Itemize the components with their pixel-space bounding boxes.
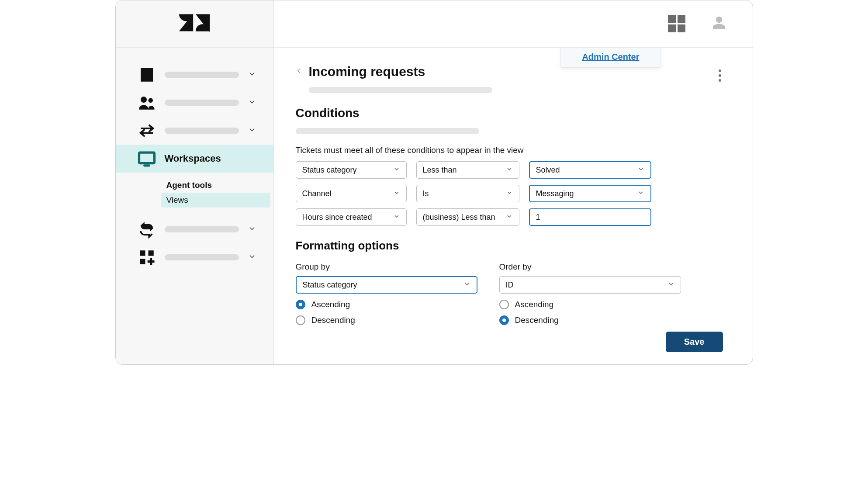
condition-row: Channel Is Messaging — [296, 185, 731, 202]
body: Workspaces Agent tools Views — [116, 48, 753, 364]
group-by-select[interactable]: Status category — [296, 276, 477, 294]
chevron-down-icon — [667, 280, 674, 290]
back-button[interactable] — [296, 66, 303, 78]
chevron-down-icon — [506, 189, 513, 198]
description-placeholder — [309, 87, 492, 93]
sidebar: Workspaces Agent tools Views — [116, 48, 274, 364]
svg-rect-4 — [148, 250, 153, 256]
order-by-label: Order by — [499, 262, 681, 272]
chevron-down-icon — [393, 166, 400, 175]
condition-value-input[interactable]: 1 — [529, 208, 651, 226]
select-value: Status category — [302, 166, 357, 175]
radio-label: Descending — [515, 315, 559, 325]
group-by-column: Group by Status category Ascending Desce… — [296, 262, 477, 325]
sidebar-item-label: Workspaces — [165, 153, 258, 164]
admin-center-popover: Admin Center — [560, 48, 661, 68]
condition-field-select[interactable]: Hours since created — [296, 208, 407, 226]
chevron-down-icon — [248, 97, 256, 108]
radio-icon — [296, 315, 305, 325]
condition-operator-select[interactable]: Is — [416, 185, 519, 202]
more-actions-button[interactable] — [719, 69, 721, 82]
main-content: Admin Center Incoming requests Condition… — [274, 48, 753, 364]
page-title: Incoming requests — [309, 64, 425, 79]
apps-add-icon — [138, 248, 156, 267]
radio-icon — [296, 300, 305, 309]
chevron-down-icon — [393, 189, 400, 198]
sidebar-subheading: Agent tools — [166, 180, 273, 190]
conditions-description-placeholder — [296, 128, 479, 134]
sidebar-item-account[interactable] — [116, 61, 273, 89]
select-value: (business) Less than — [423, 213, 495, 222]
select-value: Messaging — [536, 189, 574, 198]
formatting-heading: Formatting options — [296, 239, 731, 253]
brand-area — [116, 0, 274, 47]
sidebar-item-channels[interactable] — [116, 117, 273, 145]
select-value: Is — [423, 189, 429, 198]
sidebar-item-objects[interactable] — [116, 215, 273, 243]
nav-placeholder — [165, 128, 239, 134]
select-value: Status category — [303, 280, 357, 290]
condition-row: Status category Less than Solved — [296, 161, 731, 179]
chevron-down-icon — [506, 213, 513, 222]
chevron-down-icon — [248, 252, 256, 263]
condition-operator-select[interactable]: Less than — [416, 161, 519, 179]
nav-placeholder — [165, 226, 239, 232]
zendesk-logo-icon — [179, 10, 210, 37]
input-value: 1 — [536, 213, 540, 222]
people-icon — [138, 93, 156, 112]
order-descending-radio[interactable]: Descending — [499, 315, 681, 325]
order-by-column: Order by ID Ascending Descending — [499, 262, 681, 325]
arrows-icon — [138, 121, 156, 140]
user-avatar-icon[interactable] — [712, 15, 726, 32]
condition-value-select[interactable]: Solved — [529, 161, 651, 179]
select-value: Less than — [423, 166, 457, 175]
select-value: Hours since created — [302, 213, 372, 222]
nav-placeholder — [165, 100, 239, 106]
condition-field-select[interactable]: Channel — [296, 185, 407, 202]
order-by-select[interactable]: ID — [499, 276, 681, 294]
chevron-down-icon — [637, 189, 644, 198]
sidebar-subitems: Agent tools Views — [116, 180, 273, 208]
sidebar-subitem-views[interactable]: Views — [161, 193, 270, 208]
nav-placeholder — [165, 72, 239, 78]
monitor-icon — [138, 149, 156, 168]
sidebar-item-workspaces[interactable]: Workspaces — [116, 145, 273, 173]
radio-label: Descending — [311, 315, 355, 325]
condition-operator-select[interactable]: (business) Less than — [416, 208, 519, 226]
chevron-down-icon — [506, 166, 513, 175]
chevron-down-icon — [248, 224, 256, 235]
condition-value-select[interactable]: Messaging — [529, 185, 651, 202]
group-ascending-radio[interactable]: Ascending — [296, 300, 477, 309]
routing-icon — [138, 220, 156, 239]
group-descending-radio[interactable]: Descending — [296, 315, 477, 325]
select-value: ID — [506, 280, 514, 290]
chevron-down-icon — [463, 280, 470, 290]
svg-point-0 — [141, 97, 147, 103]
condition-field-select[interactable]: Status category — [296, 161, 407, 179]
group-by-label: Group by — [296, 262, 477, 272]
building-icon — [138, 66, 156, 84]
radio-label: Ascending — [311, 300, 350, 309]
admin-center-link[interactable]: Admin Center — [582, 52, 639, 62]
svg-point-1 — [148, 98, 153, 103]
chevron-down-icon — [248, 125, 256, 136]
nav-placeholder — [165, 254, 239, 260]
svg-rect-3 — [140, 250, 145, 256]
app-window: Workspaces Agent tools Views — [115, 0, 753, 365]
chevron-down-icon — [393, 213, 400, 222]
sidebar-item-people[interactable] — [116, 89, 273, 117]
condition-row: Hours since created (business) Less than… — [296, 208, 731, 226]
sidebar-item-apps[interactable] — [116, 243, 273, 271]
topbar-actions — [274, 15, 753, 32]
select-value: Channel — [302, 189, 332, 198]
order-ascending-radio[interactable]: Ascending — [499, 300, 681, 309]
save-button[interactable]: Save — [666, 332, 723, 352]
radio-label: Ascending — [515, 300, 554, 309]
conditions-helper-text: Tickets must meet all of these condition… — [296, 145, 731, 155]
apps-grid-icon[interactable] — [668, 15, 685, 32]
radio-icon — [499, 300, 509, 309]
svg-rect-2 — [139, 152, 154, 163]
select-value: Solved — [536, 166, 560, 175]
page-header: Incoming requests — [296, 64, 731, 79]
svg-rect-5 — [140, 259, 145, 264]
